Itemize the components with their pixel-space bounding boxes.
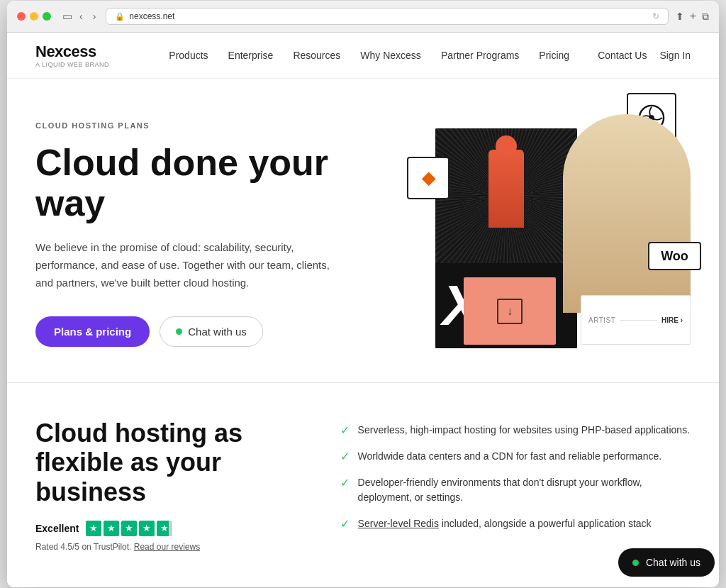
- nav-actions: Contact Us Sign In: [598, 50, 691, 61]
- features-left: Cloud hosting as flexible as your busine…: [35, 418, 298, 552]
- features-list: ✓ Serverless, high-impact hosting for we…: [340, 418, 691, 552]
- collage-pink-box: ↓: [464, 277, 556, 345]
- browser-actions: ⬆ + ⧉: [676, 10, 709, 23]
- woo-icon: Woo: [661, 249, 688, 264]
- browser-toolbar: ▭ ‹ › 🔒 nexcess.net ↻ ⬆ + ⧉: [7, 1, 719, 33]
- lock-icon: 🔒: [115, 12, 125, 21]
- rating-label: Excellent: [35, 523, 79, 534]
- url-bar[interactable]: 🔒 nexcess.net ↻: [106, 8, 668, 25]
- chat-button-label: Chat with us: [188, 326, 247, 338]
- hero-description: We believe in the promise of cloud: scal…: [35, 239, 340, 292]
- check-icon-1: ✓: [340, 423, 350, 437]
- feature-item-4: ✓ Server-level Redis included, alongside…: [340, 516, 691, 531]
- hero-buttons: Plans & pricing Chat with us: [35, 316, 350, 347]
- feature-text-2: Worldwide data centers and a CDN for fas…: [358, 449, 662, 464]
- plans-pricing-button[interactable]: Plans & pricing: [35, 316, 150, 347]
- feature-text-1: Serverless, high-impact hosting for webs…: [358, 423, 690, 438]
- hero-content: CLOUD HOSTING PLANS Cloud done your way …: [35, 107, 350, 347]
- check-icon-2: ✓: [340, 450, 350, 463]
- close-dot[interactable]: [17, 12, 26, 21]
- chat-button[interactable]: Chat with us: [160, 316, 263, 347]
- star-5-partial: [157, 521, 172, 536]
- hero-label: CLOUD HOSTING PLANS: [35, 121, 350, 130]
- star-4: [139, 521, 155, 536]
- tabs-icon[interactable]: ⧉: [702, 11, 709, 23]
- nav-partner-programs[interactable]: Partner Programs: [441, 50, 519, 61]
- download-arrow-box: ↓: [497, 299, 523, 324]
- hero-title: Cloud done your way: [35, 143, 350, 223]
- logo-text: Nexcess: [35, 43, 109, 61]
- hero-image: ◆: [350, 107, 691, 347]
- url-text: nexcess.net: [129, 11, 174, 21]
- features-section: Cloud hosting as flexible as your busine…: [7, 382, 719, 587]
- check-icon-3: ✓: [340, 476, 350, 489]
- feature-item-2: ✓ Worldwide data centers and a CDN for f…: [340, 449, 691, 464]
- share-icon[interactable]: ⬆: [676, 11, 684, 22]
- hero-section: CLOUD HOSTING PLANS Cloud done your way …: [7, 79, 719, 382]
- collage-bottom-card: ARTIST HIRE ›: [581, 295, 691, 345]
- nav-links: Products Enterprise Resources Why Nexces…: [169, 49, 569, 62]
- sidebar-toggle-icon[interactable]: ▭: [62, 10, 72, 23]
- nav-products[interactable]: Products: [169, 50, 208, 61]
- forward-button[interactable]: ›: [90, 9, 99, 23]
- contact-us-link[interactable]: Contact Us: [598, 50, 647, 61]
- chat-widget[interactable]: Chat with us: [618, 548, 715, 577]
- star-3: [121, 521, 137, 536]
- star-2: [104, 521, 119, 536]
- read-reviews-link[interactable]: Read our reviews: [134, 542, 200, 552]
- browser-dots: [17, 12, 51, 21]
- artist-label: ARTIST: [588, 316, 615, 324]
- feature-text-4: Server-level Redis included, alongside a…: [358, 516, 652, 531]
- feature-text-3: Developer-friendly environments that don…: [358, 475, 691, 505]
- hero-collage: ◆: [386, 86, 698, 382]
- site-nav: Nexcess A LIQUID WEB BRAND Products Ente…: [7, 33, 719, 79]
- nav-enterprise[interactable]: Enterprise: [228, 50, 274, 61]
- rating-text: Rated 4.5/5 on TrustPilot. Read our revi…: [35, 542, 298, 552]
- feature-item-1: ✓ Serverless, high-impact hosting for we…: [340, 423, 691, 438]
- redis-link[interactable]: Server-level Redis: [358, 518, 439, 529]
- feature-item-3: ✓ Developer-friendly environments that d…: [340, 475, 691, 505]
- star-1: [86, 521, 101, 536]
- nav-why-nexcess[interactable]: Why Nexcess: [360, 50, 421, 61]
- hire-label: HIRE ›: [661, 316, 683, 324]
- down-arrow-icon: ↓: [507, 305, 513, 318]
- check-icon-4: ✓: [340, 517, 350, 531]
- magento-icon: ◆: [422, 168, 435, 188]
- minimize-dot[interactable]: [30, 12, 38, 21]
- back-button[interactable]: ‹: [77, 9, 86, 23]
- woocommerce-badge: Woo: [648, 242, 701, 270]
- features-title: Cloud hosting as flexible as your busine…: [35, 418, 298, 506]
- site-logo: Nexcess A LIQUID WEB BRAND: [35, 43, 109, 68]
- logo-sub: A LIQUID WEB BRAND: [35, 61, 109, 68]
- new-tab-icon[interactable]: +: [690, 10, 696, 23]
- stars-container: [86, 521, 172, 536]
- collage-art: [435, 128, 577, 263]
- reload-icon[interactable]: ↻: [652, 11, 659, 21]
- nav-resources[interactable]: Resources: [293, 50, 340, 61]
- maximize-dot[interactable]: [43, 12, 51, 21]
- website-content: Nexcess A LIQUID WEB BRAND Products Ente…: [7, 33, 719, 587]
- nav-pricing[interactable]: Pricing: [539, 50, 569, 61]
- chat-status-dot: [176, 328, 182, 335]
- collage-arch-panel: [563, 114, 691, 313]
- magento-badge: ◆: [407, 157, 449, 199]
- chat-widget-label: Chat with us: [646, 557, 700, 568]
- chat-widget-dot: [632, 560, 639, 566]
- browser-nav: ▭ ‹ ›: [62, 9, 99, 23]
- rating-row: Excellent: [35, 521, 298, 536]
- sign-in-link[interactable]: Sign In: [659, 50, 691, 61]
